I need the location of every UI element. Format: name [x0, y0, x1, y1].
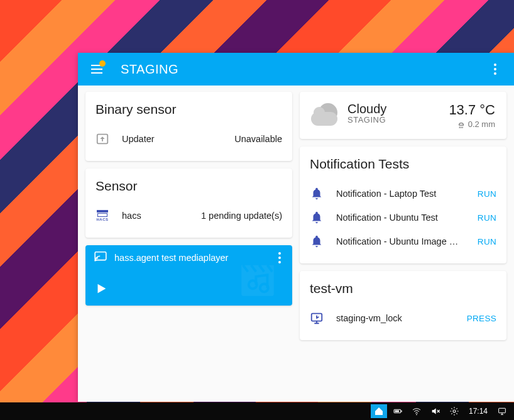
script-label: Notification - Ubuntu Image … — [336, 236, 465, 246]
app-bar: STAGING — [78, 53, 514, 86]
weather-card[interactable]: Cloudy STAGING 13.7 °C 0.2 mm — [300, 92, 506, 139]
entity-value: Unavailable — [234, 134, 282, 144]
page-title[interactable]: STAGING — [121, 62, 178, 77]
bell-icon — [310, 187, 324, 201]
run-button[interactable]: RUN — [478, 237, 496, 246]
entity-value: 1 pending update(s) — [201, 211, 282, 221]
script-row: staging-vm_lock PRESS — [310, 306, 496, 330]
weather-precipitation: 0.2 mm — [449, 119, 495, 129]
weather-temperature: 13.7 °C — [449, 102, 495, 118]
weather-condition: Cloudy — [347, 102, 440, 116]
media-art-placeholder-icon — [238, 260, 277, 299]
binary-sensor-card: Binary sensor Updater Unavailable — [85, 92, 292, 161]
svg-rect-10 — [395, 411, 399, 412]
svg-rect-1 — [95, 252, 106, 260]
bell-icon — [310, 235, 324, 248]
svg-rect-13 — [499, 408, 506, 412]
hass-tray-icon[interactable] — [371, 404, 387, 418]
show-desktop-icon[interactable] — [494, 404, 510, 418]
notification-dot-icon — [99, 60, 106, 67]
rain-icon — [457, 120, 466, 129]
script-label: Notification - Laptop Test — [336, 189, 465, 199]
svg-point-11 — [416, 414, 417, 415]
script-label: Notification - Ubuntu Test — [336, 213, 465, 223]
entity-label: Updater — [122, 134, 222, 144]
taskbar-clock[interactable]: 17:14 — [465, 407, 491, 416]
script-label: staging-vm_lock — [336, 313, 454, 323]
card-title: Sensor — [96, 179, 282, 194]
card-title: Notification Tests — [310, 157, 496, 172]
entity-row-hacs[interactable]: HACS hacs 1 pending update(s) — [96, 204, 282, 228]
weather-cloud-icon — [311, 103, 339, 124]
hacs-icon: HACS — [96, 209, 109, 223]
sensor-card: Sensor HACS hacs 1 pending update(s) — [85, 169, 292, 238]
updater-icon — [96, 132, 109, 146]
play-button[interactable] — [94, 282, 108, 298]
menu-button[interactable] — [84, 57, 109, 82]
notification-tests-card: Notification Tests Notification - Laptop… — [300, 146, 506, 263]
battery-icon[interactable] — [390, 404, 406, 418]
bell-icon — [310, 211, 324, 224]
hamburger-icon — [91, 69, 102, 70]
svg-rect-9 — [401, 411, 402, 412]
home-assistant-dashboard: STAGING Binary sensor Updater Unavailabl… — [78, 53, 514, 402]
card-title: Binary sensor — [96, 102, 282, 117]
os-taskbar[interactable]: 17:14 — [0, 402, 514, 420]
svg-point-2 — [95, 260, 96, 261]
entity-label: hacs — [122, 211, 189, 221]
wifi-icon[interactable] — [408, 404, 425, 418]
press-button[interactable]: PRESS — [467, 314, 496, 323]
overflow-menu-button[interactable] — [483, 57, 508, 82]
cast-icon — [94, 251, 107, 264]
script-row: Notification - Ubuntu Image … RUN — [310, 229, 496, 253]
run-button[interactable]: RUN — [478, 189, 496, 199]
media-player-card[interactable]: hass.agent test mediaplayer — [85, 245, 292, 306]
entity-row-updater[interactable]: Updater Unavailable — [96, 127, 282, 151]
run-button[interactable]: RUN — [478, 213, 496, 223]
script-row: Notification - Laptop Test RUN — [310, 182, 496, 206]
card-title: test-vm — [310, 281, 496, 296]
weather-location: STAGING — [347, 115, 440, 124]
script-row: Notification - Ubuntu Test RUN — [310, 206, 496, 229]
settings-gear-icon[interactable] — [446, 404, 462, 418]
dashboard-content: Binary sensor Updater Unavailable Sensor… — [78, 86, 514, 402]
volume-mute-icon[interactable] — [427, 404, 444, 418]
svg-point-12 — [453, 410, 456, 412]
test-vm-card: test-vm staging-vm_lock PRESS — [300, 271, 506, 340]
lock-screen-icon — [310, 311, 324, 325]
